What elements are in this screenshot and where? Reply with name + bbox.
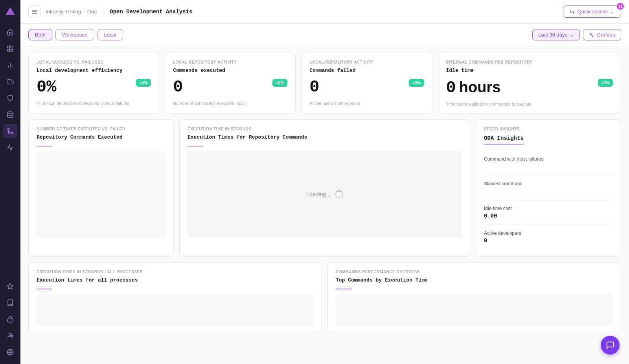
grafana-label: Grafana — [597, 32, 615, 38]
quick-access-chevron: ⌄ — [610, 9, 614, 15]
insight-idle-time-cost-label: Idle time cost — [484, 206, 613, 211]
sidebar-item-chart[interactable] — [3, 58, 17, 72]
card-local-efficiency-section: LOCAL SUCCESS VS. FAILURES — [37, 60, 151, 64]
card-local-efficiency-title: Local development efficiency — [37, 68, 151, 73]
grafana-button[interactable]: Grafana — [583, 29, 621, 40]
main-content: Infrasity Testing / Oda Open Development… — [20, 0, 629, 364]
quick-access-label: Quick access — [578, 9, 608, 15]
top-cards-row: LOCAL SUCCESS VS. FAILURES Local develop… — [28, 53, 621, 114]
card-execution-times-underline — [188, 146, 203, 146]
card-commands-failed-value-row: 0 +0% — [309, 79, 424, 95]
card-local-efficiency-badge: +0% — [136, 79, 151, 87]
card-repo-commands-underline — [37, 146, 52, 146]
insight-idle-time-cost: Idle time cost 0.00 — [484, 200, 613, 225]
breadcrumb-org[interactable]: Infrasity Testing — [46, 9, 81, 15]
card-commands-failed-section: LOCAL REPOSITORY ACTIVITY — [309, 60, 424, 64]
card-repo-commands-title: Repository Commands Executed — [37, 134, 166, 140]
header: Infrasity Testing / Oda Open Development… — [20, 0, 629, 24]
card-commands-failed-title: Commands failed — [309, 68, 424, 73]
card-commands-failed-desc: Active users in time period — [309, 101, 424, 106]
card-oda-insights: SPEED INSIGHTS ODA Insights Command with… — [476, 119, 621, 257]
sidebar-item-user-plus[interactable] — [3, 329, 17, 343]
insight-slowest-command: Slowest command — [484, 176, 613, 200]
svg-rect-1 — [7, 46, 9, 48]
sidebar-item-book[interactable] — [3, 296, 17, 310]
insight-active-devs-label: Active developers — [484, 230, 613, 236]
middle-cards-row: NUMBER OF TIMES EXECUTED VS. FAILED Repo… — [28, 119, 621, 257]
breadcrumb-project[interactable]: Oda — [87, 9, 97, 15]
card-repo-commands-section: NUMBER OF TIMES EXECUTED VS. FAILED — [37, 127, 166, 131]
card-execution-all: EXECUTION TIMES IN SECONDS / ALL PROCESS… — [28, 262, 322, 333]
card-top-commands-underline — [336, 289, 351, 289]
insight-most-failures: Command with most failures — [484, 151, 613, 176]
insight-most-failures-value — [484, 163, 613, 170]
card-commands-executed-value: 0 — [173, 79, 183, 95]
filter-both[interactable]: Both — [28, 29, 52, 40]
filter-workspace[interactable]: Workspace — [55, 29, 94, 40]
breadcrumb-separator: / — [83, 9, 85, 15]
card-local-efficiency-value-row: 0% +0% — [37, 79, 151, 95]
date-range-button[interactable]: Last 30 days ⌄ — [532, 29, 580, 40]
svg-marker-0 — [6, 7, 15, 15]
card-commands-executed-title: Commands executed — [173, 68, 287, 73]
svg-point-13 — [9, 333, 11, 335]
card-idle-time-value-group: 0 hours — [446, 79, 501, 96]
breadcrumb: Infrasity Testing / Oda — [46, 9, 97, 15]
date-range-label: Last 30 days — [538, 32, 567, 38]
svg-rect-2 — [11, 46, 13, 48]
card-execution-times-section: EXECUTION TIME IN SECONDS — [188, 127, 462, 131]
card-commands-failed: LOCAL REPOSITORY ACTIVITY Commands faile… — [301, 53, 432, 114]
card-top-commands-section: COMMANDS PERFORMANCE OVERVIEW — [336, 270, 613, 274]
insight-active-devs: Active developers 0 — [484, 225, 613, 249]
header-right: Quick access ⌄ 11 — [563, 5, 621, 18]
card-execution-times-title: Execution Times for Repository Commands — [188, 134, 462, 140]
card-local-efficiency: LOCAL SUCCESS VS. FAILURES Local develop… — [28, 53, 159, 114]
sidebar-item-git[interactable] — [3, 124, 17, 138]
sidebar-item-lock[interactable] — [3, 312, 17, 326]
card-idle-time-value: 0 — [446, 80, 456, 96]
page-title: Open Development Analysis — [110, 9, 192, 15]
card-local-efficiency-value: 0% — [37, 79, 56, 95]
sidebar-item-star[interactable] — [3, 279, 17, 293]
loading-text: Loading ... — [306, 191, 332, 198]
svg-rect-12 — [7, 319, 13, 322]
card-idle-time: INTERNAL COMMANDS PER REPOSITORY Idle ti… — [438, 53, 621, 114]
card-local-efficiency-desc: % of local development sessions without … — [37, 101, 151, 106]
sidebar-item-shield[interactable] — [3, 91, 17, 105]
card-idle-time-unit: hours — [459, 79, 501, 96]
quick-access-badge: 11 — [617, 3, 624, 10]
loading-spinner — [335, 190, 343, 198]
card-execution-times: EXECUTION TIME IN SECONDS Execution Time… — [179, 119, 470, 257]
sidebar-item-home[interactable] — [3, 25, 17, 39]
insight-slowest-command-label: Slowest command — [484, 181, 613, 187]
insight-most-failures-label: Command with most failures — [484, 156, 613, 162]
card-idle-time-badge: +0% — [598, 79, 613, 87]
bottom-cards-row: EXECUTION TIMES IN SECONDS / ALL PROCESS… — [28, 262, 621, 333]
card-commands-executed-value-row: 0 +0% — [173, 79, 287, 95]
content-area: LOCAL SUCCESS VS. FAILURES Local develop… — [20, 46, 629, 364]
card-commands-executed: LOCAL REPOSITORY ACTIVITY Commands execu… — [165, 53, 296, 114]
card-idle-time-value-row: 0 hours +0% — [446, 79, 613, 96]
insight-slowest-command-value — [484, 188, 613, 194]
sidebar-item-database[interactable] — [3, 108, 17, 122]
quick-access-button[interactable]: Quick access ⌄ 11 — [563, 5, 621, 18]
svg-point-10 — [7, 128, 9, 130]
sidebar-item-cloud[interactable] — [3, 75, 17, 89]
card-top-commands: COMMANDS PERFORMANCE OVERVIEW Top Comman… — [327, 262, 621, 333]
card-commands-executed-badge: +0% — [272, 79, 287, 87]
filters-right: Last 30 days ⌄ Grafana — [532, 29, 621, 40]
sidebar-item-activity[interactable] — [3, 141, 17, 155]
sidebar — [0, 0, 20, 364]
card-idle-time-title: Idle time — [446, 68, 613, 73]
logo[interactable] — [3, 5, 17, 19]
card-repo-commands: NUMBER OF TIMES EXECUTED VS. FAILED Repo… — [28, 119, 174, 257]
chat-button[interactable] — [601, 336, 620, 355]
card-execution-all-underline — [37, 289, 52, 289]
menu-button[interactable] — [28, 5, 41, 18]
filter-local[interactable]: Local — [97, 29, 123, 40]
sidebar-item-globe[interactable] — [3, 345, 17, 359]
repo-commands-chart — [37, 151, 166, 238]
insight-active-devs-value: 0 — [484, 238, 613, 244]
sidebar-item-grid[interactable] — [3, 42, 17, 56]
svg-point-9 — [11, 132, 13, 134]
